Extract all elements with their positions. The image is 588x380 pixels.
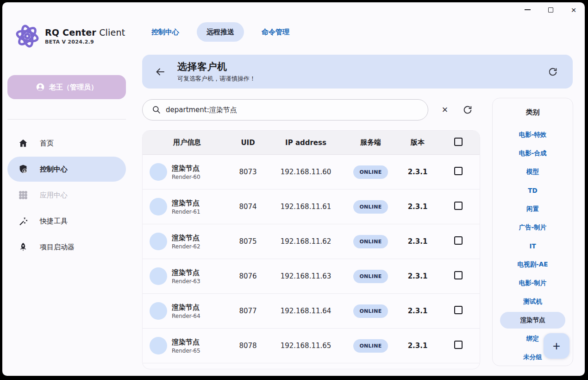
uid-cell: 8076 [221,272,275,280]
status-badge: ONLINE [353,200,388,214]
table-row[interactable]: 渲染节点Render-658078192.168.11.65ONLINE2.3.… [143,329,480,363]
ip-cell: 192.168.11.63 [275,272,337,280]
row-checkbox[interactable] [454,202,463,210]
shield-person-icon [18,164,29,175]
category-item[interactable]: 广告-制片 [493,218,573,237]
client-name: 渲染节点 [172,338,200,347]
search-refresh-button[interactable] [461,103,475,117]
sidebar-item-label: 控制中心 [40,165,68,174]
client-avatar [150,267,167,285]
app-version: BETA V 2024.2.9 [45,39,125,45]
category-item[interactable]: 模型 [493,163,573,181]
maximize-button[interactable] [542,3,559,16]
user-badge-label: 老王（管理员） [49,83,98,92]
category-panel: 类别 电影-特效电影-合成模型TD闲置广告-制片IT电视剧-AE电影-制片测试机… [492,98,573,366]
tab-remote-push[interactable]: 远程推送 [197,22,244,42]
client-name: 渲染节点 [172,268,200,277]
page-subtitle: 可复选客户机，请谨慎操作！ [177,75,546,83]
category-item[interactable]: IT [493,237,573,255]
row-checkbox[interactable] [454,167,463,175]
sidebar-item[interactable]: 项目启动器 [7,234,126,260]
sidebar-item[interactable]: 控制中心 [7,157,126,182]
category-list: 电影-特效电影-合成模型TD闲置广告-制片IT电视剧-AE电影-制片测试机渲染节… [493,126,573,367]
client-id: Render-60 [172,174,200,180]
status-badge: ONLINE [353,165,388,179]
client-id: Render-64 [172,313,200,319]
sidebar-divider [7,119,126,120]
version-cell: 2.3.1 [404,237,431,246]
table-row[interactable]: 渲染节点Render-628075192.168.11.62ONLINE2.3.… [143,224,480,259]
plus-icon: + [553,339,560,354]
ip-cell: 192.168.11.60 [275,168,337,176]
table-row[interactable]: 渲染节点Render-638076192.168.11.63ONLINE2.3.… [143,259,480,294]
col-version: 版本 [404,138,431,147]
add-category-button[interactable]: + [544,333,569,359]
select-all-checkbox[interactable] [454,138,463,146]
category-item[interactable]: 测试机 [493,292,573,311]
sidebar-item-label: 快捷工具 [40,217,68,226]
category-item[interactable]: 电影-合成 [493,144,573,163]
uid-cell: 8077 [221,307,275,315]
uid-cell: 8075 [221,237,275,246]
back-button[interactable] [153,65,167,79]
person-icon [36,82,45,92]
category-item[interactable]: TD [493,181,573,200]
app-logo: RQ Center Client BETA V 2024.2.9 [14,23,125,50]
row-checkbox[interactable] [454,341,463,349]
client-name: 渲染节点 [172,303,200,312]
search-input[interactable] [166,106,420,114]
minimize-icon [525,9,531,10]
category-item[interactable]: 电视剧-AE [493,255,573,274]
app-window: × RQ Center Client BETA V 2024.2.9 老王（管理… [2,2,585,376]
client-name: 渲染节点 [172,199,200,208]
sidebar-item: 应用中心 [7,183,126,208]
category-item[interactable]: 闲置 [493,200,573,218]
sidebar-item[interactable]: 首页 [7,131,126,156]
table-row[interactable]: 渲染节点Render-608073192.168.11.60ONLINE2.3.… [143,155,480,190]
table-row[interactable]: 渲染节点Render-618074192.168.11.61ONLINE2.3.… [143,190,480,224]
table-body: 渲染节点Render-608073192.168.11.60ONLINE2.3.… [143,155,480,363]
apps-grid-icon [18,190,29,201]
ip-cell: 192.168.11.65 [275,342,337,350]
ip-cell: 192.168.11.62 [275,237,337,246]
version-cell: 2.3.1 [404,203,431,211]
client-avatar [150,337,167,355]
table-row[interactable]: 渲染节点Render-648077192.168.11.64ONLINE2.3.… [143,294,480,329]
ip-cell: 192.168.11.61 [275,203,337,211]
category-item[interactable]: 电影-制片 [493,274,573,292]
page-header-banner: 选择客户机 可复选客户机，请谨慎操作！ [142,55,573,89]
search-icon [152,105,161,114]
tab-control-center[interactable]: 控制中心 [151,22,179,42]
window-controls: × [519,3,582,16]
row-checkbox[interactable] [454,306,463,314]
sidebar-item-label: 项目启动器 [40,243,75,252]
client-id: Render-62 [172,243,200,250]
user-badge[interactable]: 老王（管理员） [7,75,126,99]
uid-cell: 8074 [221,203,275,211]
magic-wand-icon [18,215,29,227]
tab-command-management[interactable]: 命令管理 [262,22,289,42]
col-uid: UID [221,139,275,147]
banner-refresh-button[interactable] [546,65,560,79]
category-item[interactable]: 电影-特效 [493,126,573,144]
row-checkbox[interactable] [454,271,463,279]
client-avatar [150,302,167,320]
row-checkbox[interactable] [454,236,463,245]
category-item[interactable]: 渲染节点 [500,312,565,329]
back-arrow-icon [155,66,166,77]
client-name: 渲染节点 [172,164,200,173]
table-header: 用户信息 UID IP address 服务端 版本 [143,131,480,155]
home-icon [18,138,29,149]
client-id: Render-65 [172,348,200,354]
atom-logo-icon [14,23,41,50]
close-button[interactable]: × [565,3,582,16]
uid-cell: 8073 [221,168,275,176]
minimize-button[interactable] [519,3,536,16]
ip-cell: 192.168.11.64 [275,307,337,315]
col-server: 服务端 [337,138,404,147]
sidebar-item[interactable]: 快捷工具 [7,209,126,234]
status-badge: ONLINE [353,304,388,318]
search-clear-button[interactable]: × [438,103,452,117]
page-title: 选择客户机 [177,60,546,73]
client-table: 用户信息 UID IP address 服务端 版本 渲染节点Render-60… [142,130,480,369]
